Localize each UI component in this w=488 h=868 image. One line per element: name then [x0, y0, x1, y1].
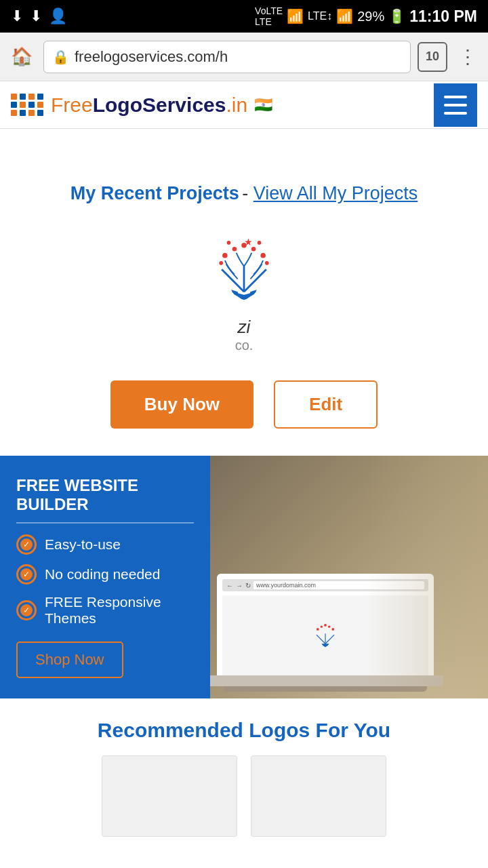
battery-icon: 🔋: [388, 8, 405, 24]
site-logo-text: FreeLogoServices.in: [51, 94, 247, 117]
check-inner-1: ✓: [20, 538, 33, 551]
svg-point-12: [324, 624, 327, 627]
banner-right-image: ←→↻ www.yourdomain.com: [210, 456, 488, 698]
logo-area[interactable]: FreeLogoServices.in 🇮🇳: [11, 94, 272, 117]
battery-text: 29%: [357, 9, 384, 24]
url-bar[interactable]: 🔒 freelogoservices.com/h: [43, 41, 411, 73]
recommended-logo-card-2[interactable]: [251, 755, 386, 837]
account-icon: 👤: [49, 7, 67, 25]
logo-preview-area: zi co.: [0, 211, 488, 360]
separator: -: [242, 183, 253, 203]
status-bar: ⬇ ⬇ 👤 VoLTELTE 📶 LTE↕ 📶 29% 🔋 11:10 PM: [0, 0, 488, 33]
browser-menu-button[interactable]: ⋮: [454, 45, 481, 68]
svg-point-2: [232, 247, 237, 252]
shop-now-button[interactable]: Shop Now: [16, 642, 123, 678]
tab-count-button[interactable]: 10: [418, 42, 447, 72]
svg-point-8: [227, 241, 231, 245]
recent-projects-heading: My Recent Projects - View All My Project…: [0, 170, 488, 211]
svg-point-14: [331, 628, 334, 631]
svg-point-10: [317, 628, 319, 631]
recommended-logos-section: Recommended Logos For You: [0, 698, 488, 850]
view-all-projects-link[interactable]: View All My Projects: [253, 183, 418, 203]
svg-point-3: [241, 243, 247, 248]
ssl-lock-icon: 🔒: [52, 49, 69, 65]
status-left-icons: ⬇ ⬇ 👤: [11, 7, 67, 25]
hamburger-menu-button[interactable]: [434, 83, 477, 127]
logo-svg-container: zi co.: [176, 231, 312, 353]
check-inner-3: ✓: [20, 604, 33, 616]
tree-logo-svg: [190, 231, 298, 314]
home-button[interactable]: 🏠: [7, 42, 37, 72]
check-circle-icon-3: ✓: [16, 600, 37, 620]
recommended-logos-title: Recommended Logos For You: [14, 719, 474, 742]
recent-projects-title: My Recent Projects: [70, 183, 239, 203]
dots-grid-icon: [11, 94, 44, 116]
feature-label-2: No coding needed: [45, 566, 160, 583]
buy-now-button[interactable]: Buy Now: [110, 380, 253, 429]
banner-left-content: FREE WEBSITE BUILDER ✓ Easy-to-use ✓ No …: [0, 456, 210, 698]
action-buttons-row: Buy Now Edit: [0, 360, 488, 456]
url-text: freelogoservices.com/h: [75, 48, 402, 66]
banner-title: FREE WEBSITE BUILDER: [16, 476, 194, 524]
hamburger-icon: [444, 96, 467, 115]
check-circle-icon-1: ✓: [16, 534, 37, 555]
logo-grid: [14, 755, 474, 837]
time-display: 11:10 PM: [409, 7, 477, 26]
svg-point-13: [328, 625, 330, 627]
download-icon: ⬇: [30, 7, 42, 25]
browser-bar: 🏠 🔒 freelogoservices.com/h 10 ⋮: [0, 33, 488, 81]
network-1-icon: 📶: [287, 8, 304, 24]
site-header: FreeLogoServices.in 🇮🇳: [0, 81, 488, 129]
signal-bars-icon: 📶: [336, 8, 353, 24]
check-inner-2: ✓: [20, 568, 33, 580]
banner-features-list: ✓ Easy-to-use ✓ No coding needed ✓ FREE …: [16, 534, 194, 627]
carrier-text: VoLTELTE: [255, 5, 283, 27]
lte-icon: LTE↕: [308, 10, 332, 22]
feature-item-1: ✓ Easy-to-use: [16, 534, 194, 555]
person-background: [366, 456, 488, 698]
feature-label-1: Easy-to-use: [45, 536, 121, 553]
svg-point-7: [265, 261, 269, 265]
recommended-logo-card-1[interactable]: [102, 755, 237, 837]
india-flag-icon: 🇮🇳: [254, 96, 272, 114]
feature-label-3: FREE Responsive Themes: [45, 594, 194, 627]
project-name-co: co.: [235, 338, 253, 353]
feature-item-3: ✓ FREE Responsive Themes: [16, 594, 194, 627]
check-circle-icon-2: ✓: [16, 564, 37, 585]
svg-point-1: [222, 253, 228, 258]
project-name-zi: zi: [238, 317, 251, 338]
svg-point-6: [219, 261, 223, 265]
top-spacer: [0, 129, 488, 170]
feature-item-2: ✓ No coding needed: [16, 564, 194, 585]
svg-point-4: [251, 247, 256, 252]
svg-point-11: [321, 625, 323, 627]
svg-point-5: [260, 253, 266, 258]
website-builder-banner: FREE WEBSITE BUILDER ✓ Easy-to-use ✓ No …: [0, 456, 488, 698]
status-right-info: VoLTELTE 📶 LTE↕ 📶 29% 🔋 11:10 PM: [255, 5, 477, 27]
edit-button[interactable]: Edit: [274, 380, 378, 429]
download-arrow-icon: ⬇: [11, 7, 23, 25]
svg-point-9: [258, 241, 262, 245]
laptop-logo-svg: [305, 619, 346, 653]
